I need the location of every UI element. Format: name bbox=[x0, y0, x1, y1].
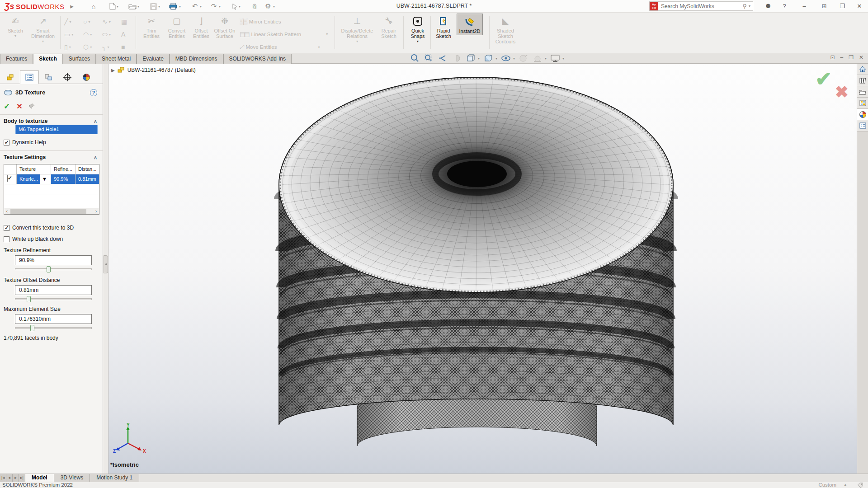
texture-settings-label[interactable]: Texture Settings bbox=[4, 154, 46, 160]
slot-tool[interactable]: ▯▾ bbox=[64, 43, 71, 51]
view-orientation-caret[interactable]: ▾ bbox=[478, 56, 480, 61]
splitter-handle[interactable] bbox=[104, 255, 108, 273]
texture-settings-collapse-icon[interactable]: ∧ bbox=[94, 155, 97, 160]
tree-expand-icon[interactable]: ▶ bbox=[111, 68, 115, 73]
tab-sheet-metal[interactable]: Sheet Metal bbox=[96, 54, 137, 64]
close-button[interactable]: ✕ bbox=[854, 1, 865, 11]
tree-item-label[interactable]: UBW-21161-46787 (Default) bbox=[127, 67, 196, 73]
arc-tool[interactable]: ◠▾ bbox=[83, 31, 92, 38]
texture-table-hscrollbar[interactable]: ‹ › bbox=[4, 208, 99, 214]
taskpane-design-library-tab[interactable] bbox=[857, 98, 868, 109]
text-tool[interactable]: A bbox=[121, 31, 125, 38]
ribbon-quick-snaps-button[interactable]: Quick Snaps▾ bbox=[407, 15, 429, 44]
ribbon-convert-entities-button[interactable]: ▢Convert Entities bbox=[165, 15, 189, 39]
pm-help-icon[interactable]: ? bbox=[90, 89, 97, 96]
ribbon-linear-pattern-button[interactable]: ▤▤Linear Sketch Pattern▾ bbox=[240, 31, 328, 38]
ribbon-offset-entities-button[interactable]: ⌋Offset Entities bbox=[191, 15, 212, 39]
texture-dropdown[interactable]: ▼ bbox=[40, 174, 51, 184]
units-selector[interactable]: Custom bbox=[818, 482, 836, 488]
cancel-button[interactable]: ✕ bbox=[16, 102, 22, 111]
refinement-input[interactable]: 90.9% bbox=[15, 255, 92, 265]
offset-distance-slider[interactable] bbox=[15, 296, 92, 302]
white-up-checkbox[interactable] bbox=[4, 236, 9, 242]
window-layout-button[interactable]: ⊞ bbox=[818, 1, 830, 11]
scroll-thumb[interactable] bbox=[10, 209, 86, 214]
scene-caret[interactable]: ▾ bbox=[545, 56, 547, 61]
hide-show-caret[interactable]: ▾ bbox=[513, 56, 515, 61]
convert-texture-row[interactable]: Convert this texture to 3D bbox=[4, 225, 74, 231]
view-orientation-icon[interactable] bbox=[465, 54, 476, 63]
texture-row-checkbox[interactable] bbox=[7, 175, 8, 182]
taskpane-custom-properties-tab[interactable] bbox=[857, 120, 868, 131]
ribbon-repair-sketch-button[interactable]: 🔧︎Repair Sketch bbox=[378, 15, 400, 39]
body-selection-item[interactable]: M6 Tapped Hole1 bbox=[15, 125, 98, 134]
white-up-row[interactable]: White up Black down bbox=[4, 236, 63, 242]
tab-features[interactable]: Features bbox=[0, 54, 33, 64]
doc-minimize-icon[interactable]: – bbox=[840, 54, 843, 61]
ribbon-smart-dimension-button[interactable]: ↗ Smart Dimension▾ bbox=[28, 15, 58, 44]
ribbon-shaded-contours-button[interactable]: ◣Shaded Sketch Contours bbox=[492, 15, 519, 44]
taskpane-home-tab[interactable] bbox=[857, 64, 868, 75]
display-style-icon[interactable] bbox=[483, 54, 494, 63]
offset-slider-thumb[interactable] bbox=[27, 296, 31, 302]
motion-study-tab[interactable]: Motion Study 1 bbox=[90, 474, 139, 482]
3d-views-tab[interactable]: 3D Views bbox=[54, 474, 90, 482]
max-element-input[interactable]: 0.176310mm bbox=[15, 314, 92, 324]
taskpane-file-explorer-tab[interactable] bbox=[857, 86, 868, 98]
section-view-icon[interactable] bbox=[451, 54, 462, 63]
user-account-icon[interactable]: ⚉ bbox=[762, 1, 774, 11]
fillet-tool[interactable]: ╮▾ bbox=[102, 43, 109, 51]
doc-close-icon[interactable]: ✕ bbox=[859, 54, 863, 61]
convert-texture-checkbox[interactable] bbox=[4, 225, 9, 231]
previous-view-icon[interactable] bbox=[437, 54, 448, 63]
ok-button[interactable]: ✓ bbox=[4, 102, 10, 111]
ribbon-rapid-sketch-button[interactable]: Rapid Sketch bbox=[433, 15, 454, 39]
feature-manager-tab[interactable] bbox=[1, 70, 20, 84]
body-group-collapse-icon[interactable]: ∧ bbox=[94, 118, 97, 124]
3d-model-mesh[interactable] bbox=[108, 64, 857, 474]
refinement-slider-thumb[interactable] bbox=[47, 266, 51, 272]
graphics-viewport[interactable]: ▶ UBW-21161-46787 (Default) ✔ ✖ Y X Z *I… bbox=[108, 64, 857, 474]
ribbon-move-entities-button[interactable]: ⤢Move Entities▾ bbox=[240, 43, 320, 51]
taskpane-appearances-tab[interactable] bbox=[857, 109, 868, 120]
tab-sketch[interactable]: Sketch bbox=[33, 54, 62, 64]
dimxpert-manager-tab[interactable] bbox=[58, 70, 77, 84]
max-element-slider-thumb[interactable] bbox=[30, 325, 34, 331]
doc-restore-icon[interactable]: ❐ bbox=[849, 54, 854, 61]
property-manager-tab[interactable] bbox=[20, 70, 39, 84]
ellipse-tool[interactable]: ⬭︎▾ bbox=[102, 31, 111, 38]
scroll-right-icon[interactable]: › bbox=[93, 208, 99, 214]
panel-splitter[interactable] bbox=[103, 64, 108, 474]
dock-pane-icon[interactable]: ⊡ bbox=[830, 54, 835, 61]
restore-button[interactable]: ❐ bbox=[836, 1, 848, 11]
zoom-to-area-icon[interactable] bbox=[423, 54, 434, 63]
ribbon-instant2d-button[interactable]: Instant2D bbox=[457, 14, 483, 35]
minimize-button[interactable]: – bbox=[798, 1, 810, 11]
spline-tool[interactable]: ∿▾ bbox=[102, 18, 111, 25]
apply-scene-icon[interactable] bbox=[532, 54, 543, 63]
viewport-feature-tree[interactable]: ▶ UBW-21161-46787 (Default) bbox=[111, 67, 196, 73]
ribbon-offset-on-surface-button[interactable]: ❉Offset On Surface bbox=[213, 15, 236, 39]
dynamic-help-checkbox[interactable] bbox=[4, 140, 9, 145]
help-icon[interactable]: ? bbox=[778, 1, 790, 11]
polygon-tool[interactable]: ⬡︎▾ bbox=[83, 43, 92, 51]
rectangle-tool[interactable]: ▭▾ bbox=[64, 31, 73, 38]
search-box[interactable]: MySW ⚲ ▾ bbox=[649, 1, 753, 11]
body-group-label[interactable]: Body to texturize bbox=[4, 118, 47, 124]
pin-icon[interactable] bbox=[29, 103, 36, 110]
tag-icon[interactable] bbox=[858, 483, 864, 488]
view-settings-caret[interactable]: ▾ bbox=[562, 56, 564, 61]
display-style-caret[interactable]: ▾ bbox=[495, 56, 497, 61]
first-tab-button[interactable]: |◂ bbox=[0, 474, 6, 482]
search-icon[interactable]: ⚲ bbox=[742, 3, 747, 9]
ribbon-mirror-entities-button[interactable]: ░|░Mirror Entities bbox=[240, 18, 281, 25]
confirm-ok-icon[interactable]: ✔ bbox=[815, 67, 832, 90]
texture-table-row[interactable]: Knurle... ▼ 90.9% 0.81mm bbox=[4, 174, 99, 184]
tab-solidworks-add-ins[interactable]: SOLIDWORKS Add-Ins bbox=[223, 54, 292, 64]
prev-tab-button[interactable]: ◂ bbox=[6, 474, 13, 482]
point-tool[interactable]: ■ bbox=[121, 43, 125, 51]
units-caret-icon[interactable]: ▴ bbox=[844, 482, 846, 487]
tab-mbd-dimensions[interactable]: MBD Dimensions bbox=[170, 54, 223, 64]
tab-evaluate[interactable]: Evaluate bbox=[137, 54, 170, 64]
search-caret[interactable]: ▾ bbox=[749, 4, 750, 8]
